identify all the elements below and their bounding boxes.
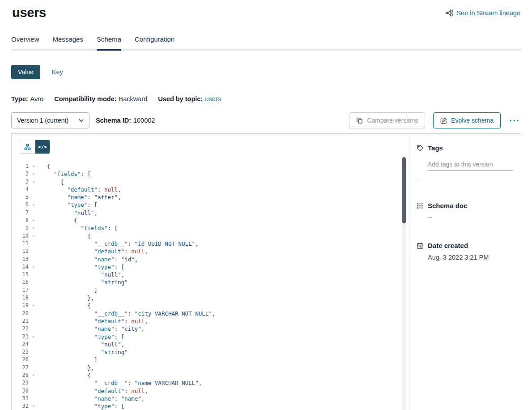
- line-number: 21: [12, 317, 29, 325]
- line-number: 6: [12, 201, 29, 209]
- code-text: "__crdb__": "name VARCHAR NULL",: [37, 379, 202, 387]
- code-line: 10▾ {: [12, 232, 409, 240]
- compatibility-label: Compatibility mode:: [54, 95, 116, 102]
- line-number: 19: [12, 302, 29, 309]
- line-number: 1: [12, 162, 29, 170]
- line-number: 7: [12, 209, 29, 217]
- fold-toggle-icon[interactable]: ▾: [30, 232, 37, 240]
- code-view-button[interactable]: </>: [35, 140, 50, 154]
- code-text: "name": "after",: [37, 193, 121, 201]
- code-text: {: [37, 178, 64, 186]
- compare-versions-button[interactable]: Compare versions: [349, 112, 425, 128]
- copy-icon: [356, 117, 363, 124]
- code-text: "null",: [37, 341, 124, 348]
- code-line: 17 ]: [12, 286, 409, 294]
- code-line: 25 "string": [12, 348, 409, 356]
- compare-versions-label: Compare versions: [367, 117, 418, 124]
- line-number: 9: [12, 224, 29, 232]
- code-text: {: [37, 217, 77, 224]
- tab-messages[interactable]: Messages: [53, 34, 83, 51]
- fold-toggle-icon[interactable]: ▾: [30, 402, 37, 410]
- code-line: 23▾ "type": [: [12, 333, 409, 341]
- code-lines: 1▾{2▾ "fields": [3▾ {4 "default": null,5…: [12, 162, 409, 410]
- fold-spacer: [30, 310, 37, 317]
- line-number: 11: [12, 240, 29, 248]
- code-line: 11 "__crdb__": "id UUID NOT NULL",: [12, 240, 409, 248]
- code-text: {: [37, 302, 91, 309]
- tab-overview[interactable]: Overview: [11, 34, 39, 51]
- line-number: 26: [12, 356, 29, 363]
- code-text: },: [37, 294, 94, 302]
- schema-id-label: Schema ID:: [96, 117, 131, 124]
- fold-toggle-icon[interactable]: ▾: [30, 201, 37, 209]
- code-text: "__crdb__": "id UUID NOT NULL",: [37, 240, 199, 248]
- schema-doc-section: Schema doc --: [417, 202, 513, 221]
- line-number: 12: [12, 248, 29, 255]
- fold-spacer: [30, 240, 37, 248]
- line-number: 4: [12, 186, 29, 193]
- tags-divider: [417, 181, 513, 181]
- tree-view-icon: [24, 144, 31, 150]
- schema-panel: </> 1▾{2▾ "fields": [3▾ {4 "default": nu…: [11, 133, 521, 410]
- code-line: 26 ]: [12, 356, 409, 363]
- code-line: 12 "default": null,: [12, 248, 409, 255]
- code-text: ]: [37, 356, 98, 363]
- tab-configuration[interactable]: Configuration: [135, 34, 174, 51]
- fold-toggle-icon[interactable]: ▾: [30, 217, 37, 224]
- fold-toggle-icon[interactable]: ▾: [30, 162, 37, 170]
- fold-toggle-icon[interactable]: ▾: [30, 263, 37, 271]
- code-line: 30 "default": null,: [12, 387, 409, 395]
- fold-toggle-icon[interactable]: ▾: [30, 333, 37, 341]
- fold-spacer: [30, 348, 37, 356]
- line-number: 30: [12, 387, 29, 395]
- compatibility-value: Backward: [119, 95, 148, 102]
- code-text: },: [37, 364, 94, 372]
- schema-doc-header: Schema doc: [417, 202, 513, 209]
- code-text: ]: [37, 286, 98, 294]
- used-by-topic-label: Used by topic:: [158, 95, 203, 102]
- code-line: 16 "string": [12, 278, 409, 286]
- tree-view-button[interactable]: [20, 140, 35, 154]
- editor-scrollbar-thumb[interactable]: [402, 157, 406, 223]
- code-text: "type": [: [37, 333, 124, 341]
- fold-spacer: [30, 356, 37, 363]
- fold-toggle-icon[interactable]: ▾: [30, 372, 37, 379]
- code-line: 5 "name": "after",: [12, 193, 409, 201]
- tab-schema[interactable]: Schema: [97, 34, 121, 51]
- code-text: "name": "name",: [37, 395, 145, 402]
- code-line: 22 "name": "city",: [12, 325, 409, 333]
- fold-spacer: [30, 341, 37, 348]
- topic-link[interactable]: users: [205, 95, 221, 102]
- type-value: Avro: [30, 95, 44, 102]
- calendar-icon: [417, 242, 424, 249]
- evolve-schema-button[interactable]: Evolve schema: [433, 112, 501, 128]
- chevron-down-icon: [79, 119, 84, 122]
- fold-toggle-icon[interactable]: ▾: [30, 224, 37, 232]
- code-line: 20 "__crdb__": "city VARCHAR NOT NULL",: [12, 310, 409, 317]
- more-options-button[interactable]: ⋯: [507, 115, 521, 126]
- code-line: 21 "default": null,: [12, 317, 409, 325]
- fold-spacer: [30, 317, 37, 325]
- add-tags-input[interactable]: [428, 159, 513, 171]
- fold-toggle-icon[interactable]: ▾: [30, 302, 37, 309]
- line-number: 25: [12, 348, 29, 356]
- fold-spacer: [30, 186, 37, 193]
- fold-toggle-icon[interactable]: ▾: [30, 178, 37, 186]
- version-select[interactable]: Version 1 (current): [11, 112, 89, 128]
- stream-lineage-link[interactable]: See in Stream lineage: [446, 9, 520, 17]
- code-line: 13 "name": "id",: [12, 256, 409, 263]
- fold-toggle-icon[interactable]: ▾: [30, 170, 37, 178]
- line-number: 17: [12, 286, 29, 294]
- tags-title: Tags: [428, 144, 443, 152]
- editor-scrollbar-track[interactable]: [402, 157, 406, 410]
- schema-id-value: 100002: [133, 117, 155, 124]
- value-toggle-button[interactable]: Value: [11, 65, 40, 79]
- date-created-section: Date created Aug. 3 2022 3:21 PM: [417, 242, 513, 261]
- code-line: 15 "null",: [12, 271, 409, 278]
- key-toggle-button[interactable]: Key: [52, 68, 63, 76]
- code-line: 7 "null",: [12, 209, 409, 217]
- schema-editor: </> 1▾{2▾ "fields": [3▾ {4 "default": nu…: [12, 134, 409, 410]
- line-number: 32: [12, 402, 29, 410]
- version-select-value: Version 1 (current): [17, 117, 68, 124]
- code-line: 24 "null",: [12, 341, 409, 348]
